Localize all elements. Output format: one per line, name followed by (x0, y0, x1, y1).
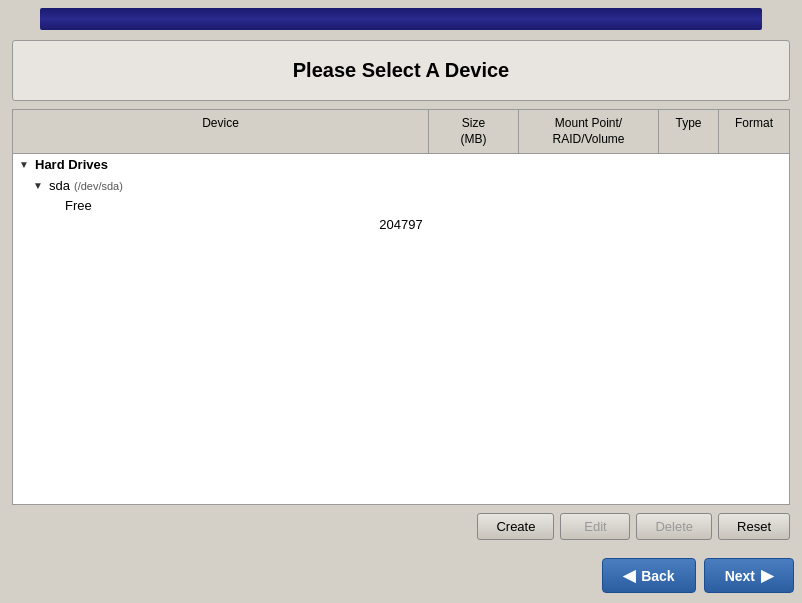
create-button[interactable]: Create (477, 513, 554, 540)
col-mount: Mount Point/RAID/Volume (519, 110, 659, 153)
device-table: Device Size(MB) Mount Point/RAID/Volume … (12, 109, 790, 505)
back-button[interactable]: ◀ Back (602, 558, 695, 593)
table-body: ▼ Hard Drives ▼ sda (/dev/sda) Free 2047… (13, 154, 789, 504)
top-bar (40, 8, 762, 30)
col-device: Device (13, 110, 429, 153)
free-row[interactable]: Free 204797 (13, 196, 789, 246)
nav-bar: ◀ Back Next ▶ (0, 552, 802, 603)
free-format (13, 242, 789, 246)
action-bar: Create Edit Delete Reset (12, 513, 790, 544)
table-header: Device Size(MB) Mount Point/RAID/Volume … (13, 110, 789, 154)
col-format: Format (719, 110, 789, 153)
device-row: ▼ sda (/dev/sda) (13, 175, 789, 196)
next-label: Next (725, 568, 755, 584)
device-chevron: ▼ (33, 180, 45, 191)
page-title: Please Select A Device (31, 59, 771, 82)
back-label: Back (641, 568, 674, 584)
col-size: Size(MB) (429, 110, 519, 153)
next-arrow: ▶ (761, 566, 773, 585)
edit-button[interactable]: Edit (560, 513, 630, 540)
delete-button[interactable]: Delete (636, 513, 712, 540)
category-chevron: ▼ (19, 159, 31, 170)
free-size: 204797 (13, 215, 789, 234)
reset-button[interactable]: Reset (718, 513, 790, 540)
next-button[interactable]: Next ▶ (704, 558, 794, 593)
col-type: Type (659, 110, 719, 153)
device-name: sda (49, 178, 70, 193)
free-label: Free (13, 196, 789, 215)
device-path: (/dev/sda) (74, 180, 123, 192)
back-arrow: ◀ (623, 566, 635, 585)
category-row: ▼ Hard Drives (13, 154, 789, 175)
category-label: Hard Drives (35, 157, 108, 172)
title-box: Please Select A Device (12, 40, 790, 101)
